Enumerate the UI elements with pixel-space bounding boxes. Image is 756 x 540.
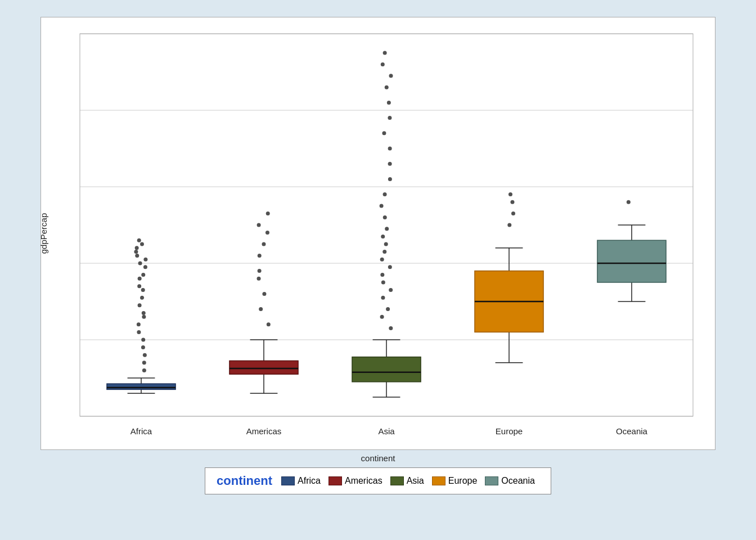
svg-text:Africa: Africa xyxy=(130,426,152,436)
svg-point-25 xyxy=(137,284,141,288)
svg-point-31 xyxy=(135,254,139,258)
svg-point-74 xyxy=(388,177,392,181)
svg-point-19 xyxy=(137,322,141,326)
svg-point-93 xyxy=(508,192,512,196)
svg-point-79 xyxy=(387,101,391,105)
svg-point-92 xyxy=(510,200,514,204)
svg-point-59 xyxy=(380,315,384,319)
svg-point-45 xyxy=(257,277,261,281)
svg-text:Americas: Americas xyxy=(246,426,282,436)
legend-title: continent xyxy=(217,474,272,488)
svg-point-63 xyxy=(381,281,385,285)
svg-point-70 xyxy=(385,227,389,231)
svg-point-15 xyxy=(143,353,147,357)
svg-point-28 xyxy=(143,265,147,269)
svg-point-16 xyxy=(141,345,145,349)
svg-point-42 xyxy=(267,322,271,326)
legend-label-africa: Africa xyxy=(298,476,321,486)
chart-container: gdpPercap AfricaAmericasAsiaEuropeOceani… xyxy=(18,11,738,529)
svg-point-71 xyxy=(383,215,387,219)
svg-point-81 xyxy=(389,74,393,78)
svg-point-67 xyxy=(382,250,386,254)
svg-rect-98 xyxy=(597,240,666,282)
svg-point-44 xyxy=(262,292,266,296)
svg-point-21 xyxy=(142,311,146,315)
svg-point-73 xyxy=(383,192,387,196)
svg-point-51 xyxy=(266,212,270,215)
svg-point-77 xyxy=(382,131,386,135)
svg-point-22 xyxy=(138,303,142,307)
legend-label-oceania: Oceania xyxy=(501,476,535,486)
svg-point-90 xyxy=(507,223,511,227)
svg-point-65 xyxy=(388,265,392,269)
svg-point-35 xyxy=(137,238,141,242)
svg-point-91 xyxy=(511,212,515,215)
legend-item-oceania: Oceania xyxy=(485,476,535,486)
svg-point-68 xyxy=(384,242,388,246)
legend-swatch-americas xyxy=(328,476,342,485)
svg-point-46 xyxy=(258,269,262,273)
svg-text:Oceania: Oceania xyxy=(616,426,648,436)
legend-item-africa: Africa xyxy=(281,476,321,486)
svg-point-17 xyxy=(141,338,145,342)
svg-point-78 xyxy=(388,116,392,120)
svg-rect-11 xyxy=(107,384,176,389)
svg-point-62 xyxy=(389,288,393,292)
svg-point-43 xyxy=(259,307,263,311)
legend-box: continent Africa Americas Asia Europe Oc… xyxy=(205,467,551,494)
legend-swatch-europe xyxy=(432,476,446,485)
svg-text:Europe: Europe xyxy=(496,426,523,436)
svg-point-66 xyxy=(380,258,384,262)
svg-point-13 xyxy=(142,368,146,372)
svg-point-64 xyxy=(380,273,384,277)
svg-point-83 xyxy=(383,51,387,55)
svg-point-76 xyxy=(388,147,392,151)
svg-point-24 xyxy=(141,288,145,292)
svg-point-26 xyxy=(138,277,142,281)
legend-label-asia: Asia xyxy=(407,476,424,486)
svg-point-30 xyxy=(143,258,147,262)
legend-item-americas: Americas xyxy=(328,476,382,486)
legend-item-europe: Europe xyxy=(432,476,478,486)
svg-point-50 xyxy=(257,223,261,227)
legend-swatch-oceania xyxy=(485,476,498,485)
svg-point-100 xyxy=(627,200,631,204)
chart-svg: AfricaAmericasAsiaEuropeOceania xyxy=(46,22,710,444)
svg-point-82 xyxy=(381,62,385,66)
svg-point-47 xyxy=(258,254,262,258)
svg-point-75 xyxy=(388,162,392,166)
svg-point-14 xyxy=(142,361,146,364)
y-axis-label: gdpPercap xyxy=(39,213,48,254)
svg-point-69 xyxy=(381,235,385,238)
legend-label-americas: Americas xyxy=(345,476,382,486)
svg-point-18 xyxy=(137,330,141,334)
svg-point-33 xyxy=(135,246,139,250)
svg-point-34 xyxy=(140,242,144,246)
svg-point-61 xyxy=(381,296,385,300)
svg-point-48 xyxy=(262,242,266,246)
chart-area: gdpPercap AfricaAmericasAsiaEuropeOceani… xyxy=(40,17,716,450)
svg-rect-56 xyxy=(352,357,421,382)
legend-item-asia: Asia xyxy=(390,476,424,486)
svg-rect-40 xyxy=(230,361,298,374)
svg-point-49 xyxy=(266,231,269,235)
svg-point-32 xyxy=(134,250,138,254)
legend-swatch-asia xyxy=(390,476,404,485)
svg-point-29 xyxy=(138,262,142,266)
x-axis-label: continent xyxy=(361,453,395,463)
svg-point-23 xyxy=(140,296,144,300)
svg-point-80 xyxy=(385,86,389,89)
legend-label-europe: Europe xyxy=(448,476,478,486)
svg-point-27 xyxy=(141,273,145,277)
svg-text:Asia: Asia xyxy=(378,426,395,436)
svg-point-58 xyxy=(389,326,393,330)
svg-point-72 xyxy=(380,204,384,208)
svg-point-60 xyxy=(386,307,390,311)
svg-point-20 xyxy=(142,315,146,319)
legend-swatch-africa xyxy=(281,476,295,485)
